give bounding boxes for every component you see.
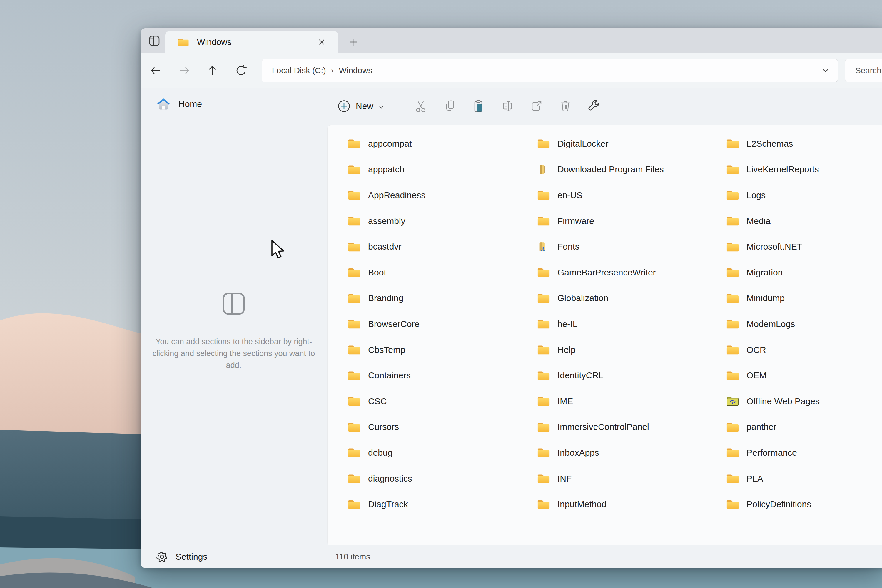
folder-icon: [348, 267, 361, 278]
paste-button[interactable]: [471, 98, 487, 114]
file-item[interactable]: appcompat: [343, 131, 528, 157]
file-item[interactable]: Firmware: [532, 208, 717, 234]
refresh-icon: [235, 64, 247, 77]
properties-button[interactable]: [586, 98, 602, 114]
folder-icon: [537, 190, 550, 201]
tab-list-button[interactable]: [146, 32, 163, 50]
sidebar-item-settings[interactable]: Settings: [146, 548, 322, 566]
folder-icon: [348, 190, 361, 201]
file-item[interactable]: assembly: [343, 208, 528, 234]
file-item[interactable]: LiveKernelReports: [721, 157, 882, 183]
file-item[interactable]: debug: [343, 440, 528, 466]
up-icon: [206, 64, 218, 76]
file-item[interactable]: InboxApps: [532, 440, 717, 466]
cut-icon: [414, 99, 428, 113]
copy-icon: [443, 99, 457, 113]
sidebar-item-home[interactable]: Home: [146, 93, 322, 115]
folder-icon: [726, 318, 740, 329]
file-item[interactable]: OCR: [721, 337, 882, 363]
file-item[interactable]: Help: [532, 337, 717, 363]
file-item[interactable]: IdentityCRL: [532, 363, 717, 388]
address-dropdown-chevron-icon[interactable]: [821, 66, 830, 75]
address-bar[interactable]: Local Disk (C:) › Windows: [262, 59, 838, 82]
file-item-label: Boot: [368, 267, 386, 278]
new-button[interactable]: New: [332, 95, 390, 117]
folder-icon: [537, 318, 550, 329]
file-item[interactable]: Fonts: [532, 234, 717, 260]
file-item[interactable]: PolicyDefinitions: [721, 491, 882, 517]
tab-windows[interactable]: Windows: [165, 31, 338, 53]
file-item-label: OCR: [747, 345, 766, 355]
back-icon: [150, 64, 161, 76]
forward-button[interactable]: [176, 62, 193, 79]
folder-icon: [178, 38, 189, 47]
file-item[interactable]: Logs: [721, 182, 882, 208]
file-item[interactable]: INF: [532, 466, 717, 492]
folder-icon: [348, 473, 361, 484]
file-item[interactable]: Globalization: [532, 285, 717, 311]
file-item-label: Fonts: [557, 242, 579, 252]
file-item[interactable]: Minidump: [721, 285, 882, 311]
file-item[interactable]: en-US: [532, 182, 717, 208]
file-item[interactable]: IME: [532, 388, 717, 414]
breadcrumb-windows[interactable]: Windows: [336, 66, 375, 75]
file-item[interactable]: Containers: [343, 363, 528, 388]
file-item[interactable]: OEM: [721, 363, 882, 388]
file-item[interactable]: ImmersiveControlPanel: [532, 414, 717, 440]
refresh-button[interactable]: [232, 62, 250, 79]
folder-icon: [537, 138, 550, 149]
new-tab-button[interactable]: [346, 35, 360, 50]
file-item[interactable]: PLA: [721, 466, 882, 492]
file-item[interactable]: Boot: [343, 260, 528, 285]
file-item[interactable]: CSC: [343, 388, 528, 414]
tab-close-button[interactable]: [316, 36, 327, 48]
file-item[interactable]: Media: [721, 208, 882, 234]
rename-button[interactable]: [500, 98, 516, 114]
properties-wrench-icon: [587, 99, 601, 113]
file-item[interactable]: diagnostics: [343, 466, 528, 492]
file-item[interactable]: Downloaded Program Files: [532, 157, 717, 183]
cut-button[interactable]: [413, 98, 429, 114]
file-item[interactable]: apppatch: [343, 157, 528, 183]
folder-icon: [726, 216, 740, 226]
file-item[interactable]: Offline Web Pages: [721, 388, 882, 414]
folder-icon: [537, 370, 550, 381]
folder-icon: [537, 473, 550, 484]
file-item-label: DiagTrack: [368, 499, 408, 509]
file-item[interactable]: L2Schemas: [721, 131, 882, 157]
file-item[interactable]: GameBarPresenceWriter: [532, 260, 717, 285]
file-item[interactable]: Branding: [343, 285, 528, 311]
back-button[interactable]: [147, 62, 164, 79]
file-item[interactable]: Cursors: [343, 414, 528, 440]
file-item[interactable]: CbsTemp: [343, 337, 528, 363]
folder-icon: [348, 396, 361, 406]
file-item[interactable]: Migration: [721, 260, 882, 285]
file-item[interactable]: BrowserCore: [343, 311, 528, 337]
file-item-label: Firmware: [557, 216, 594, 226]
breadcrumb-local-disk[interactable]: Local Disk (C:): [269, 66, 329, 75]
file-item[interactable]: DigitalLocker: [532, 131, 717, 157]
up-button[interactable]: [204, 62, 221, 79]
copy-button[interactable]: [442, 98, 458, 114]
file-item[interactable]: panther: [721, 414, 882, 440]
file-item[interactable]: ModemLogs: [721, 311, 882, 337]
file-item[interactable]: bcastdvr: [343, 234, 528, 260]
share-button[interactable]: [528, 98, 545, 114]
folder-closed-icon: [537, 164, 550, 175]
folder-icon: [726, 164, 740, 175]
folder-icon: [726, 422, 740, 432]
file-item[interactable]: DiagTrack: [343, 491, 528, 517]
delete-button[interactable]: [557, 98, 574, 114]
file-item[interactable]: InputMethod: [532, 491, 717, 517]
file-item-label: CSC: [368, 396, 387, 406]
folder-icon: [726, 499, 740, 510]
file-item-label: debug: [368, 448, 393, 458]
tab-title: Windows: [197, 38, 232, 47]
file-item[interactable]: Performance: [721, 440, 882, 466]
folder-icon: [537, 344, 550, 355]
file-item[interactable]: AppReadiness: [343, 182, 528, 208]
search-box[interactable]: Search: [845, 59, 882, 82]
file-item[interactable]: he-IL: [532, 311, 717, 337]
folder-icon: [726, 293, 740, 304]
file-item[interactable]: Microsoft.NET: [721, 234, 882, 260]
